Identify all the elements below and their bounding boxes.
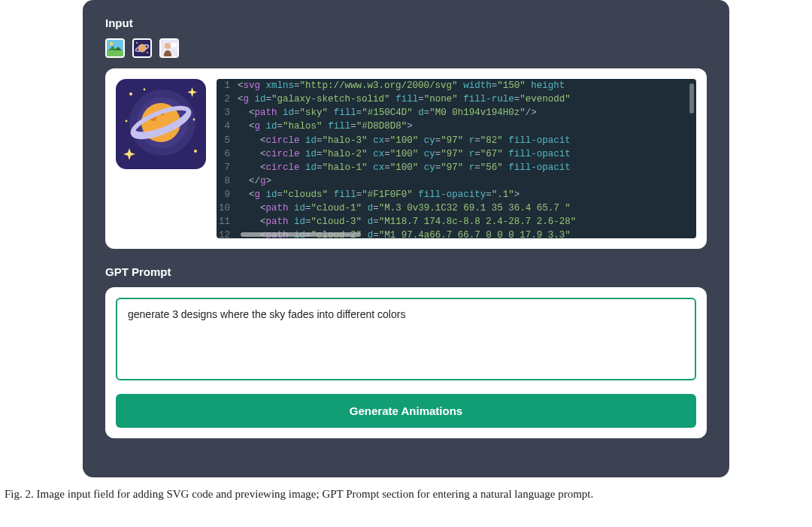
code-line: 8 </g>	[217, 174, 696, 188]
code-line: 9 <g id="clouds" fill="#F1F0F0" fill-opa…	[217, 188, 696, 201]
input-card: 1<svg xmlns="http://www.w3.org/2000/svg"…	[105, 68, 707, 249]
horizontal-scrollbar[interactable]	[241, 232, 361, 237]
code-line: 1<svg xmlns="http://www.w3.org/2000/svg"…	[217, 79, 696, 92]
code-line: 10 <path id="cloud-1" d="M.3 0v39.1C32 6…	[217, 201, 696, 215]
svg-point-21	[144, 89, 146, 91]
svg-point-1	[110, 42, 113, 45]
svg-point-9	[165, 43, 171, 49]
code-line: 4 <g id="halos" fill="#D8D8D8">	[217, 120, 696, 133]
svg-point-22	[126, 120, 128, 123]
thumbnail-avatar[interactable]	[159, 38, 179, 58]
svg-point-20	[194, 150, 197, 153]
thumbnail-row	[105, 38, 707, 58]
code-line: 5 <circle id="halo-3" cx="100" cy="97" r…	[217, 134, 696, 147]
svg-point-7	[147, 52, 148, 53]
gpt-prompt-input[interactable]	[116, 298, 696, 380]
svg-point-19	[129, 92, 132, 95]
input-section: Input	[105, 17, 707, 249]
svg-preview	[116, 79, 206, 169]
galaxy-preview-svg	[116, 79, 206, 169]
app-panel: Input	[83, 0, 729, 477]
gpt-prompt-label: GPT Prompt	[105, 265, 707, 278]
vertical-scrollbar[interactable]	[689, 83, 694, 114]
code-line: 7 <circle id="halo-1" cx="100" cy="97" r…	[217, 161, 696, 174]
avatar-icon	[161, 40, 177, 56]
thumbnail-landscape[interactable]	[105, 38, 125, 58]
svg-code-editor[interactable]: 1<svg xmlns="http://www.w3.org/2000/svg"…	[217, 79, 696, 238]
gpt-prompt-card: Generate Animations	[105, 287, 707, 438]
code-line: 11 <path id="cloud-3" d="M118.7 174.8c-8…	[217, 215, 696, 229]
generate-animations-button[interactable]: Generate Animations	[116, 394, 696, 428]
gpt-prompt-section: GPT Prompt Generate Animations	[105, 265, 707, 438]
svg-point-10	[171, 43, 177, 47]
galaxy-icon	[134, 40, 150, 56]
code-line: 2<g id="galaxy-sketch-solid" fill="none"…	[217, 92, 696, 106]
input-label: Input	[105, 17, 707, 29]
svg-point-6	[136, 42, 138, 44]
code-line: 3 <path id="sky" fill="#150C4D" d="M0 0h…	[217, 106, 696, 120]
code-line: 6 <circle id="halo-2" cx="100" cy="97" r…	[217, 147, 696, 161]
svg-point-23	[193, 119, 195, 121]
landscape-icon	[107, 40, 123, 56]
svg-rect-2	[107, 50, 123, 56]
thumbnail-galaxy[interactable]	[132, 38, 152, 58]
figure-caption: Fig. 2. Image input field for adding SVG…	[5, 488, 812, 501]
